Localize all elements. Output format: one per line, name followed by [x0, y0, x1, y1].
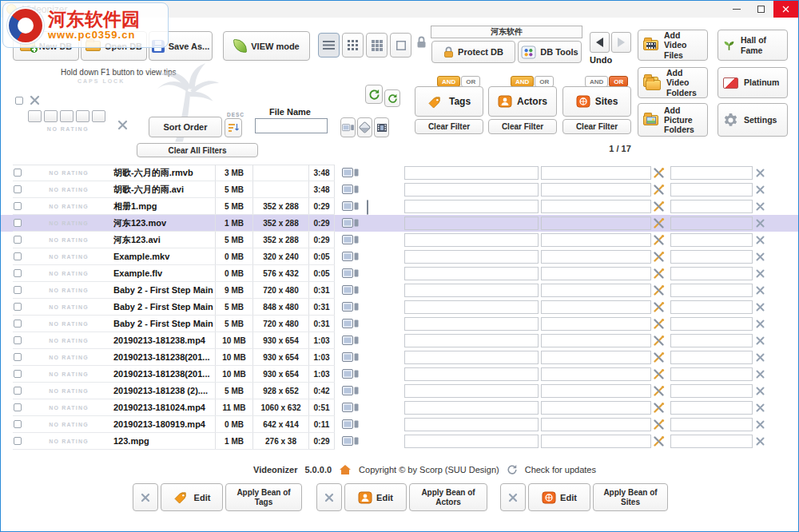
movie-preview-icon[interactable] [342, 184, 360, 196]
view-mode-button[interactable]: VIEW mode [223, 31, 310, 61]
row-field-2[interactable] [541, 367, 651, 381]
tools-icon[interactable] [653, 251, 665, 263]
row-rating-label[interactable]: NO RATING [28, 181, 109, 198]
home-icon[interactable] [339, 464, 352, 475]
tools-icon[interactable] [653, 184, 665, 196]
row-field-1[interactable] [404, 267, 539, 280]
row-rating-label[interactable]: NO RATING [28, 383, 109, 399]
rating-filter-star[interactable] [28, 110, 42, 122]
row-delete-icon[interactable] [756, 387, 765, 395]
file-name-input[interactable] [255, 118, 328, 133]
row-field-1[interactable] [404, 317, 539, 331]
row-rating-label[interactable]: NO RATING [28, 248, 109, 265]
movie-preview-icon[interactable] [342, 234, 360, 246]
row-field-3[interactable] [670, 233, 753, 247]
update-icon[interactable] [507, 464, 518, 475]
row-checkbox[interactable] [14, 236, 22, 244]
tools-icon[interactable] [653, 284, 665, 296]
row-field-3[interactable] [670, 267, 753, 280]
covers-button[interactable] [374, 117, 389, 137]
redo-button[interactable] [611, 32, 631, 53]
row-rating-label[interactable]: NO RATING [28, 232, 109, 248]
row-checkbox[interactable] [14, 336, 22, 344]
movie-preview-icon[interactable] [342, 419, 360, 431]
row-field-2[interactable] [541, 300, 651, 314]
row-field-3[interactable] [670, 418, 753, 431]
row-checkbox[interactable] [14, 303, 22, 311]
row-rating-label[interactable]: NO RATING [28, 299, 109, 316]
actors-clear-filter-button[interactable]: Clear Filter [488, 119, 557, 134]
movie-preview-icon[interactable] [342, 251, 360, 263]
row-field-2[interactable] [541, 284, 651, 297]
sites-bean-clear-button[interactable] [500, 483, 526, 511]
refresh-button[interactable] [365, 85, 383, 104]
tools-icon[interactable] [653, 200, 665, 212]
tools-icon[interactable] [653, 385, 665, 397]
row-field-3[interactable] [670, 317, 753, 331]
settings-button[interactable]: Settings [718, 103, 788, 137]
tags-and-toggle[interactable]: AND [437, 76, 460, 87]
row-field-3[interactable] [670, 384, 753, 398]
table-row[interactable]: NO RATING Baby 2 - First Step Main... 5 … [1, 299, 799, 316]
maximize-button[interactable] [749, 1, 773, 18]
row-rating-label[interactable]: NO RATING [28, 416, 109, 433]
table-row[interactable]: NO RATING 胡歌-六月的雨.rmvb 3 MB 3:48 [1, 165, 799, 181]
row-delete-icon[interactable] [756, 336, 765, 345]
row-checkbox[interactable] [14, 202, 22, 210]
row-field-2[interactable] [541, 351, 651, 364]
row-field-2[interactable] [541, 183, 651, 197]
tools-icon[interactable] [653, 435, 665, 447]
row-rating-label[interactable]: NO RATING [28, 433, 109, 450]
row-field-1[interactable] [404, 166, 539, 180]
movie-preview-icon[interactable] [342, 217, 360, 229]
apply-bean-of-tags-button[interactable]: Apply Bean of Tags [225, 483, 302, 511]
tools-icon[interactable] [653, 402, 665, 414]
row-field-3[interactable] [670, 166, 753, 180]
row-field-1[interactable] [404, 418, 539, 431]
row-rating-label[interactable]: NO RATING [28, 332, 109, 349]
apply-bean-of-sites-button[interactable]: Apply Bean of Sites [593, 483, 668, 511]
table-row[interactable]: NO RATING 胡歌-六月的雨.avi 5 MB 3:48 [1, 181, 799, 198]
row-delete-icon[interactable] [756, 252, 765, 261]
row-checkbox[interactable] [14, 353, 22, 361]
movie-preview-icon[interactable] [342, 268, 360, 280]
movie-preview-icon[interactable] [342, 335, 360, 347]
table-row[interactable]: NO RATING 20190213-180919.mp4 0 MB 642 x… [1, 416, 799, 433]
movie-preview-icon[interactable] [342, 200, 360, 212]
row-delete-icon[interactable] [756, 202, 765, 211]
tools-icon[interactable] [653, 351, 665, 363]
row-rating-label[interactable]: NO RATING [28, 165, 109, 181]
row-field-2[interactable] [541, 384, 651, 398]
table-row[interactable]: NO RATING 20190213-181238.mp4 10 MB 930 … [1, 332, 799, 349]
sites-or-toggle[interactable]: OR [609, 76, 628, 87]
rating-filter-star[interactable] [44, 110, 58, 122]
row-field-1[interactable] [404, 216, 539, 230]
row-field-1[interactable] [404, 435, 539, 448]
row-delete-icon[interactable] [756, 437, 765, 446]
row-field-2[interactable] [541, 200, 651, 213]
row-field-3[interactable] [670, 351, 753, 364]
tools-icon[interactable] [653, 419, 665, 431]
row-checkbox[interactable] [14, 370, 22, 378]
row-field-1[interactable] [404, 367, 539, 381]
row-field-1[interactable] [404, 351, 539, 364]
actors-filter-box[interactable]: Actors [488, 86, 557, 117]
table-row[interactable]: NO RATING Example.mkv 0 MB 320 x 240 0:0… [1, 248, 799, 265]
view-grid-large-button[interactable] [390, 33, 411, 58]
row-field-2[interactable] [541, 317, 651, 331]
row-field-3[interactable] [670, 284, 753, 297]
view-grid-small-button[interactable] [342, 33, 364, 58]
movie-preview-icon[interactable] [342, 284, 360, 296]
row-field-3[interactable] [670, 334, 753, 347]
tags-filter-box[interactable]: Tags [415, 86, 483, 117]
actors-bean-clear-button[interactable] [316, 483, 342, 511]
hall-of-fame-button[interactable]: Hall of Fame [718, 30, 788, 61]
row-rating-label[interactable]: NO RATING [28, 215, 109, 232]
row-checkbox[interactable] [14, 252, 22, 260]
refresh-small-button[interactable] [384, 89, 400, 107]
row-field-2[interactable] [541, 233, 651, 247]
table-row[interactable]: NO RATING 20190213-181238(201... 10 MB 9… [1, 366, 799, 383]
movie-preview-icon[interactable] [342, 318, 360, 330]
table-row[interactable]: NO RATING 河东123.mov 1 MB 352 x 288 0:29 [1, 215, 799, 232]
movie-preview-icon[interactable] [342, 385, 360, 397]
